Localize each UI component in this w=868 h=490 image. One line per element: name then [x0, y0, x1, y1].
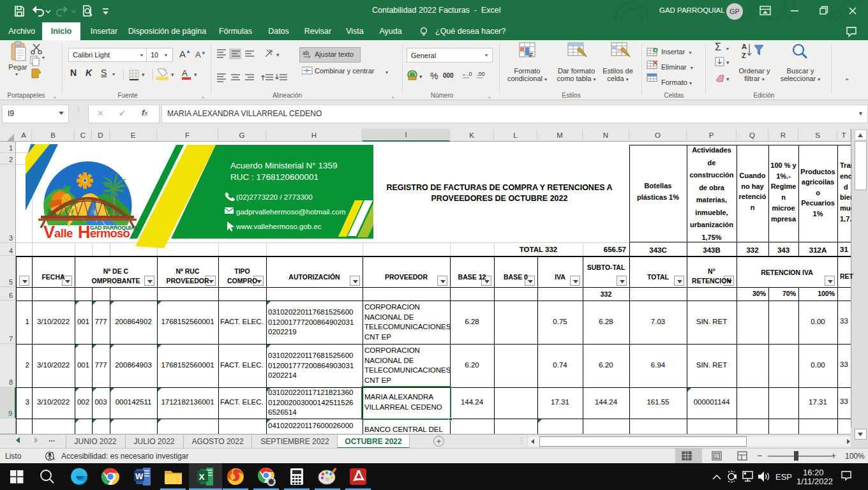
- svg-text:16:20: 16:20: [803, 468, 824, 477]
- svg-text:V: V: [43, 223, 55, 242]
- svg-text:▾: ▾: [194, 71, 197, 78]
- svg-text:RUC : 1768120600001: RUC : 1768120600001: [230, 172, 318, 182]
- svg-text:▾: ▾: [726, 76, 730, 82]
- svg-text:←.0: ←.0: [461, 71, 472, 77]
- svg-text:W: W: [135, 471, 144, 481]
- svg-text:▾: ▾: [171, 71, 174, 78]
- svg-text:%: %: [430, 71, 438, 81]
- svg-text:X: X: [199, 472, 205, 482]
- svg-text:1/11/2022: 1/11/2022: [797, 477, 833, 486]
- svg-text:▾: ▾: [276, 52, 280, 58]
- svg-text:alle: alle: [54, 226, 73, 240]
- svg-text:Acuerdo Ministerial N° 1359: Acuerdo Ministerial N° 1359: [230, 161, 337, 170]
- svg-text:www.vallehermoso.gob.ec: www.vallehermoso.gob.ec: [236, 223, 322, 230]
- svg-text:▾: ▾: [142, 71, 145, 78]
- svg-text:Z: Z: [742, 52, 746, 59]
- svg-text:ESP: ESP: [775, 472, 792, 482]
- svg-text:(02)2773220 / 2773300: (02)2773220 / 2773300: [236, 193, 313, 201]
- svg-text:▾: ▾: [419, 73, 423, 80]
- svg-text:A: A: [742, 43, 747, 50]
- svg-text:ab: ab: [303, 50, 309, 56]
- svg-text:.00: .00: [477, 71, 485, 77]
- svg-text:gadprvallehermoso@hotmail.com: gadprvallehermoso@hotmail.com: [236, 208, 345, 216]
- svg-text:GAD PARROQUIAL: GAD PARROQUIAL: [90, 225, 138, 231]
- svg-text:≠: ≠: [528, 50, 533, 59]
- svg-text:▾: ▾: [726, 59, 730, 66]
- svg-text:H: H: [78, 223, 91, 242]
- svg-text:A: A: [182, 68, 188, 78]
- svg-text:000: 000: [443, 72, 454, 79]
